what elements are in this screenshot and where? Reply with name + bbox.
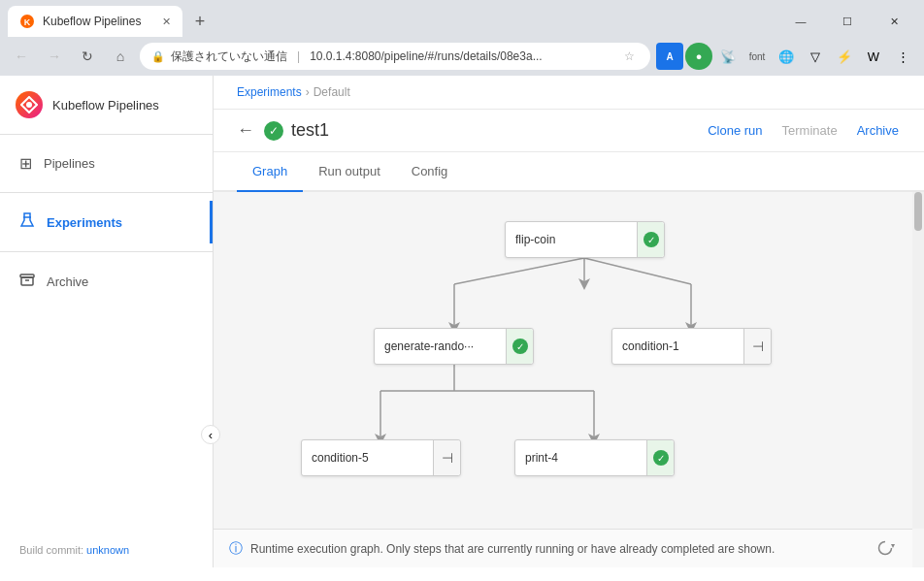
main-content: Experiments › Default ← ✓ test1 Clone ru… xyxy=(214,76,924,567)
sidebar-logo: Kubeflow Pipelines xyxy=(0,76,213,135)
tab-config[interactable]: Config xyxy=(396,152,464,192)
node-print-4-status: ✓ xyxy=(646,440,674,475)
ext-icon-1[interactable]: A xyxy=(656,43,683,70)
node-flip-coin-status: ✓ xyxy=(637,222,664,257)
reload-button[interactable]: ↻ xyxy=(74,43,101,70)
ext-icon-8[interactable]: W xyxy=(860,43,887,70)
window-controls: — ☐ ✕ xyxy=(778,6,916,37)
collapse-icon: ‹ xyxy=(209,428,213,442)
node-condition-5-status: ⊣ xyxy=(433,440,460,475)
favicon: K xyxy=(19,14,35,29)
pipelines-icon: ⊞ xyxy=(19,154,32,173)
graph-area: flip-coin ✓ generate-rando··· ✓ conditio… xyxy=(214,192,924,567)
breadcrumb: Experiments › Default xyxy=(214,76,924,110)
tab-title: Kubeflow Pipelines xyxy=(43,15,154,28)
lock-icon: 🔒 xyxy=(151,50,165,63)
tab-bar: K Kubeflow Pipelines ✕ + — ☐ ✕ xyxy=(0,0,924,37)
sidebar-footer: Build commit: unknown xyxy=(0,533,213,567)
breadcrumb-default: Default xyxy=(314,85,350,99)
info-bar: ⓘ Runtime execution graph. Only steps th… xyxy=(214,529,912,567)
close-button[interactable]: ✕ xyxy=(872,6,916,37)
sidebar-divider-2 xyxy=(0,251,213,252)
info-icon: ⓘ xyxy=(229,540,243,558)
bookmark-icon[interactable]: ☆ xyxy=(624,49,635,63)
node-generate-rando-status: ✓ xyxy=(506,329,533,364)
sidebar-item-label-pipelines: Pipelines xyxy=(44,156,95,171)
app-title: Kubeflow Pipelines xyxy=(52,98,159,113)
tabs-bar: Graph Run output Config xyxy=(214,152,924,192)
archive-button[interactable]: Archive xyxy=(855,119,901,142)
node-flip-coin-label: flip-coin xyxy=(506,225,637,254)
scrollbar[interactable] xyxy=(912,192,924,529)
back-button[interactable]: ← xyxy=(8,43,35,70)
menu-button[interactable]: ⋮ xyxy=(889,43,916,70)
build-commit-link[interactable]: unknown xyxy=(86,544,129,556)
tab-close-icon[interactable]: ✕ xyxy=(162,16,171,28)
breadcrumb-experiments[interactable]: Experiments xyxy=(237,85,302,99)
address-input[interactable]: 🔒 保護されていない通信 | 10.0.1.4:8080/pipeline/#/… xyxy=(140,43,650,70)
skip-icon-2: ⊣ xyxy=(442,450,453,466)
browser-tab[interactable]: K Kubeflow Pipelines ✕ xyxy=(8,6,182,37)
node-print-4[interactable]: print-4 ✓ xyxy=(514,439,675,476)
build-commit-label: Build commit: xyxy=(19,544,86,556)
home-button[interactable]: ⌂ xyxy=(107,43,134,70)
svg-line-11 xyxy=(584,258,691,284)
check-icon: ✓ xyxy=(644,232,659,247)
svg-text:K: K xyxy=(24,17,31,27)
kf-logo-icon xyxy=(16,91,43,118)
archive-icon xyxy=(19,272,35,291)
node-condition-5[interactable]: condition-5 ⊣ xyxy=(301,439,461,476)
svg-point-3 xyxy=(26,102,32,108)
node-generate-rando[interactable]: generate-rando··· ✓ xyxy=(374,328,534,365)
node-flip-coin[interactable]: flip-coin ✓ xyxy=(505,221,665,258)
sidebar-item-experiments[interactable]: Experiments xyxy=(0,201,213,243)
run-header: ← ✓ test1 Clone run Terminate Archive xyxy=(214,110,924,152)
breadcrumb-separator: › xyxy=(306,85,310,99)
address-url: 10.0.1.4:8080/pipeline/#/runs/details/08… xyxy=(310,49,543,63)
tab-graph[interactable]: Graph xyxy=(237,152,303,192)
sidebar-nav: ⊞ Pipelines Experiments Archive xyxy=(0,135,213,533)
ext-icon-5[interactable]: 🌐 xyxy=(773,43,800,70)
run-title: test1 xyxy=(291,120,706,141)
node-print-4-label: print-4 xyxy=(515,443,646,472)
sidebar-item-pipelines[interactable]: ⊞ Pipelines xyxy=(0,143,213,184)
sidebar-item-label-experiments: Experiments xyxy=(47,215,122,230)
sidebar-collapse-button[interactable]: ‹ xyxy=(201,425,220,444)
experiments-icon xyxy=(19,212,35,232)
svg-marker-19 xyxy=(891,544,895,548)
svg-rect-6 xyxy=(21,277,33,285)
clone-run-button[interactable]: Clone run xyxy=(706,119,764,142)
back-button[interactable]: ← xyxy=(237,120,254,141)
ext-icon-2[interactable]: ● xyxy=(685,43,712,70)
ext-icon-3[interactable]: 📡 xyxy=(714,43,742,70)
maximize-button[interactable]: ☐ xyxy=(825,6,870,37)
svg-line-9 xyxy=(454,258,584,284)
toolbar-icons: A ● 📡 font 🌐 ▽ ⚡ W ⋮ xyxy=(656,43,916,70)
sidebar-item-label-archive: Archive xyxy=(47,274,88,289)
node-condition-1-label: condition-1 xyxy=(612,332,743,361)
ext-icon-6[interactable]: ▽ xyxy=(802,43,829,70)
address-bar: ← → ↻ ⌂ 🔒 保護されていない通信 | 10.0.1.4:8080/pip… xyxy=(0,37,924,76)
ext-icon-7[interactable]: ⚡ xyxy=(831,43,858,70)
browser-chrome: K Kubeflow Pipelines ✕ + — ☐ ✕ ← → ↻ ⌂ 🔒… xyxy=(0,0,924,76)
run-status-icon: ✓ xyxy=(264,121,283,141)
scrollbar-thumb[interactable] xyxy=(914,192,922,231)
new-tab-button[interactable]: + xyxy=(186,8,214,35)
app-container: Kubeflow Pipelines ⊞ Pipelines Experimen… xyxy=(0,76,924,567)
sidebar-item-archive[interactable]: Archive xyxy=(0,260,213,303)
skip-icon-1: ⊣ xyxy=(752,339,764,354)
terminate-button[interactable]: Terminate xyxy=(780,119,840,142)
check-icon-3: ✓ xyxy=(653,450,669,466)
tab-run-output[interactable]: Run output xyxy=(303,152,396,192)
minimize-button[interactable]: — xyxy=(778,6,823,37)
node-generate-rando-label: generate-rando··· xyxy=(375,332,506,361)
refresh-icon[interactable] xyxy=(874,536,897,560)
node-condition-5-label: condition-5 xyxy=(302,443,433,472)
check-icon-2: ✓ xyxy=(512,339,528,354)
address-separator: | xyxy=(297,49,300,63)
graph-canvas: flip-coin ✓ generate-rando··· ✓ conditio… xyxy=(214,192,912,529)
ext-icon-4[interactable]: font xyxy=(743,43,771,70)
node-condition-1[interactable]: condition-1 ⊣ xyxy=(611,328,772,365)
sidebar-divider-1 xyxy=(0,192,213,193)
forward-button[interactable]: → xyxy=(41,43,68,70)
